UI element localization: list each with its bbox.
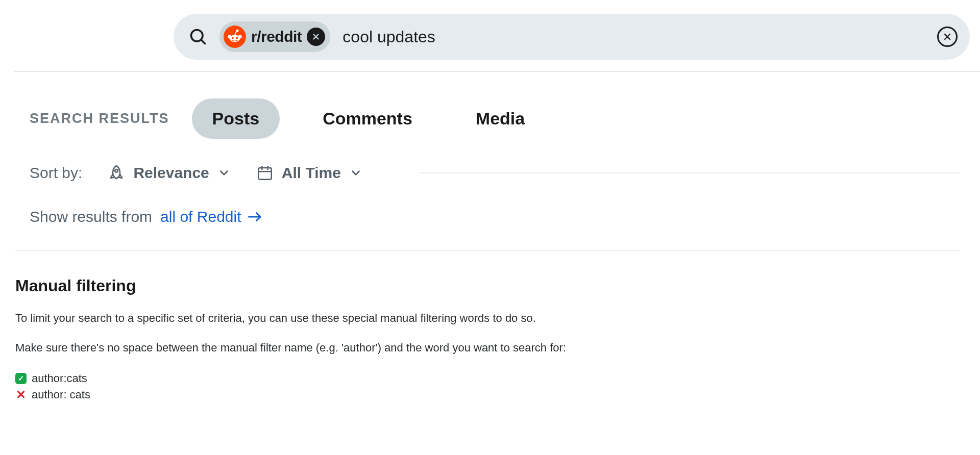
svg-line-1 [201,40,205,44]
manual-filtering-section: Manual filtering To limit your search to… [15,276,960,401]
calendar-icon [256,164,274,182]
section-heading: Manual filtering [15,276,960,295]
svg-point-8 [236,30,239,32]
divider [14,71,980,72]
tab-posts[interactable]: Posts [192,98,280,139]
result-tabs: SEARCH RESULTS Posts Comments Media [30,98,960,139]
sort-time-dropdown[interactable]: All Time [256,164,362,182]
svg-point-5 [238,35,242,39]
example-bad: ✕ author: cats [15,388,960,401]
main-content: SEARCH RESULTS Posts Comments Media Sort… [0,98,980,401]
tab-comments[interactable]: Comments [302,98,433,139]
reddit-avatar-icon [224,26,246,48]
sort-row: Sort by: Relevance All Time [30,164,960,182]
expand-scope-row: Show results from all of Reddit [30,208,960,225]
expand-scope-prefix: Show results from [30,208,152,225]
scope-clear-icon[interactable] [307,28,325,46]
svg-point-6 [232,37,234,39]
sort-time-value: All Time [282,164,341,182]
example-text: author:cats [32,372,87,385]
all-of-reddit-link[interactable]: all of Reddit [160,208,241,225]
cross-icon: ✕ [15,389,27,401]
chevron-down-icon [349,166,362,180]
example-good: ✓ author:cats [15,372,960,385]
svg-point-7 [236,37,238,39]
sort-value: Relevance [133,164,209,182]
svg-point-4 [228,35,231,39]
rocket-icon [108,164,125,182]
search-icon [189,28,207,46]
results-caption: SEARCH RESULTS [30,111,169,127]
sort-relevance-dropdown[interactable]: Relevance [108,164,230,182]
header: r/reddit [0,0,980,60]
divider [419,172,960,173]
search-input[interactable] [342,28,925,46]
chevron-down-icon [217,166,231,180]
divider [15,250,960,251]
section-paragraph: Make sure there's no space between the m… [15,341,960,355]
examples-list: ✓ author:cats ✕ author: cats [15,372,960,401]
search-clear-button[interactable] [937,27,958,47]
sort-label: Sort by: [30,164,82,182]
search-scope-label: r/reddit [251,28,302,45]
tab-media[interactable]: Media [455,98,545,139]
section-paragraph: To limit your search to a specific set o… [15,312,960,325]
arrow-right-icon [248,211,263,222]
search-bar[interactable]: r/reddit [174,14,970,60]
search-scope-chip[interactable]: r/reddit [219,21,330,52]
svg-point-13 [115,169,118,172]
svg-rect-14 [258,168,272,180]
example-text: author: cats [32,388,90,401]
check-icon: ✓ [15,373,27,384]
